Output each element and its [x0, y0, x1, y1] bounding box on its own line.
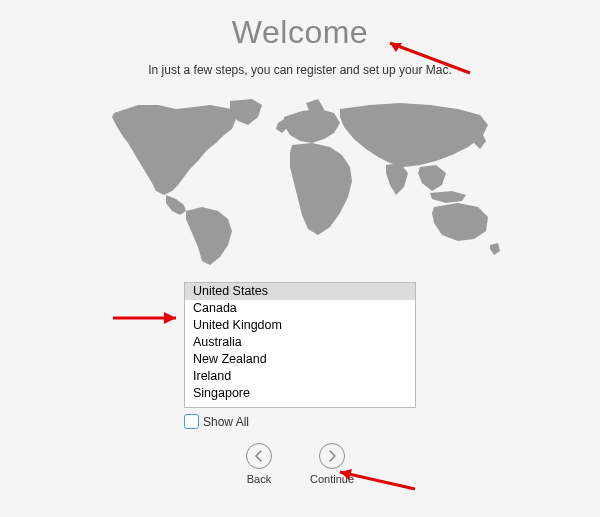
show-all-row: Show All [184, 414, 416, 429]
nav-buttons: Back Continue [0, 443, 600, 485]
show-all-label: Show All [203, 415, 249, 429]
country-item[interactable]: Canada [185, 300, 415, 317]
back-label: Back [247, 473, 271, 485]
world-map-container [0, 95, 600, 270]
annotation-arrow-icon [108, 308, 188, 328]
continue-arrow-icon [319, 443, 345, 469]
country-item[interactable]: New Zealand [185, 351, 415, 368]
back-button[interactable]: Back [246, 443, 272, 485]
page-subtitle: In just a few steps, you can register an… [0, 63, 600, 77]
country-item[interactable]: Singapore [185, 385, 415, 402]
world-map [90, 95, 510, 270]
continue-button[interactable]: Continue [310, 443, 354, 485]
svg-marker-3 [164, 312, 176, 324]
continue-label: Continue [310, 473, 354, 485]
country-item[interactable]: United States [185, 283, 415, 300]
page-title: Welcome [0, 0, 600, 51]
back-arrow-icon [246, 443, 272, 469]
country-item[interactable]: Australia [185, 334, 415, 351]
country-list[interactable]: United StatesCanadaUnited KingdomAustral… [184, 282, 416, 408]
country-item[interactable]: Ireland [185, 368, 415, 385]
country-item[interactable]: United Kingdom [185, 317, 415, 334]
show-all-checkbox[interactable] [184, 414, 199, 429]
